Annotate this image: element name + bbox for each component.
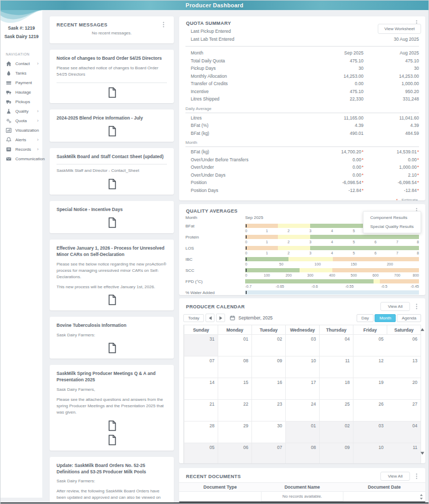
calendar-scroll-down-icon[interactable] — [420, 452, 424, 455]
calendar-day-cell[interactable]: 02 — [319, 421, 353, 443]
calendar-day-cell[interactable]: 20 — [387, 378, 421, 399]
day-number: 17 — [311, 380, 316, 385]
today-button[interactable]: Today — [183, 314, 204, 322]
calendar-day-cell[interactable]: 13 — [387, 356, 421, 378]
calendar-day-cell[interactable]: 03 — [285, 334, 319, 356]
menu-item[interactable]: Special Quality Results — [363, 222, 421, 231]
calendar-day-cell[interactable]: 09 — [251, 356, 285, 378]
nav-icon — [6, 137, 12, 143]
calendar-day-cell[interactable]: 07 — [184, 356, 218, 378]
calendar-day-cell[interactable]: 09 — [319, 443, 353, 463]
calendar-day-cell[interactable]: 06 — [387, 334, 421, 356]
calendar-view-all-button[interactable]: View All — [380, 302, 410, 311]
calendar-day-cell[interactable]: 11 — [319, 356, 353, 378]
calendar-view-button[interactable]: Agenda — [397, 314, 421, 322]
menu-item[interactable]: Component Results — [363, 213, 421, 222]
calendar-day-cell[interactable]: 29 — [218, 421, 251, 443]
attachment-document-icon[interactable] — [108, 217, 116, 228]
calendar-day-cell[interactable]: 10 — [285, 356, 319, 378]
calendar-day-cell[interactable]: 02 — [251, 334, 285, 356]
calendar-day-cell[interactable]: 01 — [218, 334, 251, 356]
calendar-day-cell[interactable]: 22 — [218, 399, 251, 421]
sidebar-item[interactable]: Quota — [1, 116, 42, 126]
calendar-day-cell[interactable]: 30 — [251, 421, 285, 443]
calendar-day-cell[interactable]: 16 — [251, 378, 285, 399]
attachment-document-icon[interactable] — [108, 343, 116, 353]
calendar-scroll-up-icon[interactable] — [420, 328, 424, 331]
calendar-current-month[interactable]: September, 2025 — [238, 315, 273, 320]
documents-column-header[interactable]: Document Name — [261, 483, 343, 491]
chevron-right-icon — [37, 147, 39, 152]
calendar-day-cell[interactable]: 27 — [387, 399, 421, 421]
calendar-day-headers: Sunday Monday Tuesday Wednesday Thursday… — [184, 325, 421, 334]
quota-value-current: 14,253.00 — [308, 74, 363, 79]
calendar-day-cell[interactable]: 26 — [353, 399, 387, 421]
attachment-document-icon[interactable] — [108, 295, 116, 305]
calendar-view-button[interactable]: Month — [375, 314, 396, 322]
calendar-day-cell[interactable]: 11 — [387, 443, 421, 463]
calendar-day-cell[interactable]: 03 — [353, 421, 387, 443]
calendar-day-cell[interactable]: 25 — [319, 399, 353, 421]
calendar-day-cell[interactable]: 15 — [218, 378, 251, 399]
sidebar-item[interactable]: Pickups — [1, 97, 42, 107]
calendar-day-cell[interactable]: 05 — [353, 334, 387, 356]
calendar-day-cell[interactable]: 07 — [251, 443, 285, 463]
calendar-day-cell[interactable]: 08 — [218, 356, 251, 378]
documents-column-header[interactable]: Document Type — [179, 483, 261, 491]
next-month-button[interactable] — [216, 314, 225, 322]
calendar-day-cell[interactable]: 06 — [218, 443, 251, 463]
quota-row-label: Over/Under Days — [191, 172, 308, 178]
sidebar-item-label: Tanks — [15, 71, 26, 76]
sidebar-item[interactable]: Contact — [1, 59, 42, 69]
calendar-day-cell[interactable]: 04 — [319, 334, 353, 356]
view-worksheet-button[interactable]: View Worksheet — [378, 24, 421, 34]
quota-value-previous: 0.00 — [363, 157, 419, 162]
attachment-document-icon[interactable] — [108, 126, 116, 136]
calendar-day-cell[interactable]: 28 — [184, 421, 218, 443]
calendar-day-cell[interactable]: 31 — [184, 334, 218, 356]
calendar-day-cell[interactable]: 04 — [387, 421, 421, 443]
sidebar-item[interactable]: Alerts — [1, 135, 42, 145]
attachment-document-icon[interactable] — [108, 435, 116, 445]
attachment-document-icon[interactable] — [108, 87, 116, 98]
calendar-day-cell[interactable]: 14 — [184, 378, 218, 399]
calendar-day-cell[interactable]: 10 — [353, 443, 387, 463]
calendar-day-cell[interactable]: 19 — [353, 378, 387, 399]
kebab-menu-icon[interactable] — [414, 304, 420, 309]
previous-month-button[interactable] — [206, 314, 215, 322]
kebab-menu-icon[interactable] — [161, 22, 167, 28]
estimate-asterisk — [417, 149, 419, 154]
gauge-tick-label: -0.5 — [381, 285, 387, 288]
attachment-document-icon[interactable] — [108, 420, 116, 431]
calendar-day-cell[interactable]: 01 — [285, 421, 319, 443]
attachment-document-icon[interactable] — [108, 179, 116, 189]
quota-row-label: Month — [191, 50, 308, 56]
calendar-view-button[interactable]: Day — [357, 314, 374, 322]
sidebar-item[interactable]: Haulage — [1, 88, 42, 97]
calendar-day-cell[interactable]: 18 — [319, 378, 353, 399]
calendar-day-cell[interactable]: 08 — [285, 443, 319, 463]
sidebar-item[interactable]: Payment — [1, 78, 42, 88]
day-number: 10 — [311, 358, 316, 363]
scroll-arrows-icon[interactable] — [419, 493, 423, 502]
calendar-day-cell[interactable]: 12 — [353, 356, 387, 378]
gauge-tick-label: 100 — [314, 262, 321, 266]
calendar-day-cell[interactable]: 05 — [184, 443, 218, 463]
quota-value-previous: 11,041.60 — [363, 115, 419, 121]
documents-column-header[interactable]: Document Date — [343, 483, 425, 491]
calendar-day-cell[interactable]: 23 — [251, 399, 285, 421]
sidebar-item[interactable]: Tanks — [1, 69, 42, 78]
sidebar-item[interactable]: Visualization — [1, 126, 42, 135]
sidebar-item[interactable]: Quality — [1, 107, 42, 116]
sidebar-item[interactable]: Communication — [1, 154, 42, 164]
sidebar-item[interactable]: Records — [1, 145, 42, 154]
calendar-day-cell[interactable]: 24 — [285, 399, 319, 421]
documents-view-all-button[interactable]: View All — [380, 472, 410, 481]
calendar-day-cell[interactable]: 21 — [184, 399, 218, 421]
gauge-segment — [278, 224, 311, 228]
message-list: Notice of changes to Board Order 54/25 D… — [50, 50, 174, 504]
calendar-day-cell[interactable]: 17 — [285, 378, 319, 399]
kebab-menu-icon[interactable] — [414, 473, 420, 479]
message-paragraph: Sask Dairy Farmers: — [57, 478, 167, 484]
quality-gauge-row: IBC — [185, 257, 419, 266]
